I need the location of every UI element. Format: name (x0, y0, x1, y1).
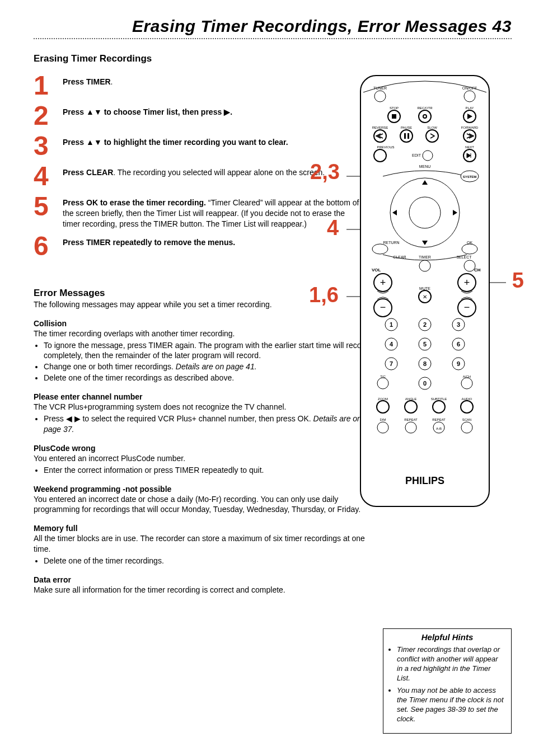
step: 5Press OK to erase the timer recording. … (34, 193, 364, 229)
step-number: 3 (34, 133, 63, 159)
section-erasing-heading: Erasing Timer Recordings (34, 53, 512, 64)
svg-point-82 (377, 401, 389, 413)
svg-text:REPEAT: REPEAT (404, 418, 418, 421)
svg-text:8: 8 (423, 360, 427, 367)
error-list: To ignore the message, press TIMER again… (44, 340, 381, 384)
svg-text:SCAN: SCAN (462, 418, 472, 421)
step-number: 5 (34, 193, 63, 220)
svg-text:VOL: VOL (372, 267, 381, 273)
svg-text:CLEAR: CLEAR (393, 255, 406, 259)
error-block: Please enter channel numberThe VCR Plus+… (34, 392, 381, 435)
error-title: Weekend programming -not possible (34, 485, 381, 494)
step-number: 6 (34, 233, 63, 260)
svg-point-38 (462, 244, 477, 254)
error-desc: The timer recording overlaps with anothe… (34, 328, 381, 339)
svg-text:SELECT: SELECT (456, 255, 472, 259)
svg-point-86 (433, 401, 445, 413)
svg-text:NEXT: NEXT (465, 145, 474, 149)
hint-item: You may not be able to access the Timer … (397, 686, 505, 724)
svg-text:+: + (464, 277, 470, 288)
svg-text:MENU: MENU (419, 165, 431, 168)
svg-text:REVERSE: REVERSE (372, 126, 388, 129)
svg-text:EDIT: EDIT (412, 153, 421, 157)
svg-point-34 (409, 197, 441, 228)
error-title: Please enter channel number (34, 392, 381, 401)
hints-title: Helpful Hints (389, 632, 505, 642)
svg-text:A-B: A-B (436, 427, 442, 430)
svg-text:REC/OTR: REC/OTR (418, 106, 433, 110)
svg-text:TIMER: TIMER (419, 255, 431, 259)
svg-point-42 (419, 260, 430, 271)
svg-text:STOP: STOP (390, 106, 399, 110)
svg-text:6: 6 (457, 341, 460, 348)
svg-text:SLOW: SLOW (427, 126, 437, 129)
error-list-item: Delete one of the timer recordings. (44, 556, 381, 566)
error-title: PlusCode wrong (34, 444, 381, 453)
svg-point-90 (377, 422, 388, 433)
remote-illustration: PHILIPS TUNER ON/OFF STOP REC/OTR PLAY R… (338, 73, 512, 509)
svg-text:9: 9 (457, 360, 460, 367)
step: 3Press ▲▼ to highlight the timer recordi… (34, 133, 364, 159)
svg-point-2 (374, 91, 386, 102)
svg-text:−: − (380, 302, 386, 313)
svg-rect-18 (404, 133, 406, 139)
svg-text:PLAY: PLAY (466, 106, 474, 110)
step-body: Press ▲▼ to highlight the timer recordin… (63, 133, 288, 148)
svg-point-17 (400, 130, 413, 142)
svg-point-4 (464, 91, 475, 102)
error-list: Delete one of the timer recordings. (44, 556, 381, 566)
svg-text:0: 0 (423, 380, 427, 387)
step: 6Press TIMER repeatedly to remove the me… (34, 233, 364, 260)
svg-text:3: 3 (457, 321, 460, 328)
error-title: Collision (34, 319, 381, 328)
svg-point-21 (426, 130, 438, 142)
svg-text:MUTE: MUTE (419, 287, 430, 290)
callout-4: 4 (327, 217, 339, 238)
error-block: PlusCode wrongYou entered an incorrect P… (34, 444, 381, 476)
error-list-item: Press ◀ ▶ to select the required VCR Plu… (44, 414, 381, 435)
error-list: Press ◀ ▶ to select the required VCR Plu… (44, 414, 381, 435)
error-block: Weekend programming -not possibleYou ent… (34, 485, 381, 515)
callout-5: 5 (512, 270, 524, 291)
error-list-item: To ignore the message, press TIMER again… (44, 340, 381, 361)
helpful-hints-box: Helpful Hints Timer recordings that over… (383, 628, 512, 734)
svg-point-37 (372, 244, 388, 254)
step: 1Press TIMER. (34, 72, 364, 99)
error-block: Data errorMake sure all information for … (34, 575, 381, 595)
svg-text:✕: ✕ (423, 294, 427, 300)
title-rule (34, 38, 512, 39)
step-body: Press CLEAR. The recording you selected … (63, 163, 325, 178)
step-number: 1 (34, 72, 63, 99)
svg-point-43 (464, 260, 475, 271)
error-list-item: Delete one of the timer recordings as de… (44, 373, 381, 383)
svg-point-25 (374, 149, 386, 162)
step-number: 4 (34, 163, 63, 190)
svg-text:7: 7 (390, 360, 393, 367)
hint-item: Timer recordings that overlap or conflic… (397, 645, 505, 683)
step-body: Press TIMER repeatedly to remove the men… (63, 233, 235, 248)
svg-text:5: 5 (423, 341, 427, 348)
svg-point-92 (405, 422, 416, 433)
step: 2Press ▲▼ to choose Timer list, then pre… (34, 102, 364, 129)
error-list: Enter the correct information or press T… (44, 465, 381, 476)
svg-text:CH: CH (474, 267, 481, 273)
error-desc: Make sure all information for the timer … (34, 585, 381, 595)
page-title: Erasing Timer Recordings, Error Messages… (34, 17, 512, 38)
error-title: Data error (34, 575, 381, 584)
svg-text:ON/OFF: ON/OFF (462, 86, 477, 90)
svg-text:PAUSE: PAUSE (401, 126, 412, 129)
svg-point-97 (461, 422, 472, 433)
svg-text:2: 2 (423, 321, 427, 328)
svg-text:RETURN: RETURN (383, 241, 399, 245)
error-desc: You entered an incorrect PlusCode number… (34, 453, 381, 464)
svg-point-88 (461, 401, 473, 413)
callout-2-3: 2,3 (310, 161, 340, 182)
svg-point-29 (423, 151, 433, 161)
step-body: Press OK to erase the timer recording. “… (63, 193, 364, 229)
error-desc: All the timer blocks are in use. The rec… (34, 533, 381, 555)
svg-point-80 (461, 378, 472, 389)
svg-text:1: 1 (390, 321, 393, 328)
svg-rect-19 (407, 133, 409, 139)
svg-text:−: − (464, 302, 470, 313)
svg-text:FORWARD: FORWARD (461, 126, 479, 129)
